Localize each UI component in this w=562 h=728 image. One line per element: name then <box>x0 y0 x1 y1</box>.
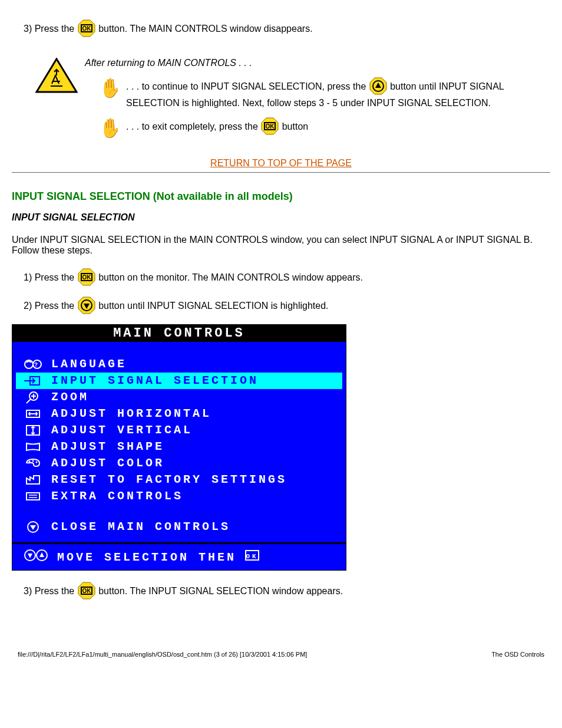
down-button-icon <box>77 296 96 317</box>
ok-button-icon: OK <box>77 581 96 602</box>
footer-path: file:///D|/rita/LF2/LF2/LFa1/multi_manua… <box>18 651 307 658</box>
step-3-post: button. The MAIN CONTROLS window disappe… <box>98 24 312 34</box>
osd-item-adjust-color: ADJUST COLOR <box>16 455 342 472</box>
svg-point-28 <box>29 461 31 463</box>
intro-text: Under INPUT SIGNAL SELECTION in the MAIN… <box>12 235 550 256</box>
step-3-top: 3) Press the OK button. The MAIN CONTROL… <box>12 19 550 40</box>
smart-exit-text: . . . to exit completely, press the OK b… <box>126 117 308 138</box>
step-1: 1) Press the OK button on the monitor. T… <box>12 268 550 289</box>
up-button-icon <box>369 77 388 98</box>
osd-footer: MOVE SELECTION THEN OK <box>12 544 346 570</box>
ok-button-icon: OK <box>77 268 96 289</box>
smart-continue-text: . . . to continue to INPUT SIGNAL SELECT… <box>126 77 550 108</box>
osd-item-extra-controls: EXTRA CONTROLS <box>16 488 342 505</box>
adjust-horizontal-icon <box>23 407 43 420</box>
svg-rect-31 <box>27 493 39 500</box>
svg-line-23 <box>27 399 31 403</box>
svg-text:✋: ✋ <box>99 77 118 98</box>
svg-marker-37 <box>28 554 32 558</box>
extra-controls-icon <box>23 490 43 503</box>
smart-help-icon: ✋ <box>97 77 118 100</box>
input-signal-icon <box>23 374 43 387</box>
ok-button-icon: OK <box>77 19 96 40</box>
sub-title: INPUT SIGNAL SELECTION <box>12 212 550 223</box>
svg-point-29 <box>32 460 34 462</box>
osd-window: MAIN CONTROLS ? LANGUAGE <box>12 324 346 571</box>
svg-text:OK: OK <box>82 25 91 32</box>
svg-text:OK: OK <box>266 123 275 130</box>
osd-item-language: ? LANGUAGE <box>16 356 342 373</box>
footer-title: The OSD Controls <box>491 651 544 658</box>
divider <box>12 172 550 173</box>
osd-item-adjust-horizontal: ADJUST HORIZONTAL <box>16 406 342 422</box>
osd-title: MAIN CONTROLS <box>12 325 346 342</box>
step-3-bottom: 3) Press the OK button. The INPUT SIGNAL… <box>12 581 550 602</box>
osd-item-zoom: ZOOM <box>16 389 342 406</box>
warning-row: After returning to MAIN CONTROLS . . . ✋… <box>12 58 550 140</box>
svg-text:OK: OK <box>82 588 91 594</box>
ok-box-icon: OK <box>244 549 260 565</box>
language-icon: ? <box>23 358 43 371</box>
page-footer: file:///D|/rita/LF2/LF2/LFa1/multi_manua… <box>0 633 562 664</box>
adjust-color-icon <box>23 457 43 470</box>
zoom-icon <box>23 391 43 404</box>
osd-item-adjust-shape: ADJUST SHAPE <box>16 439 342 455</box>
svg-text:?: ? <box>34 362 40 368</box>
up-down-icon <box>23 549 49 565</box>
smart-help-icon: ✋ <box>97 117 118 140</box>
step-2: 2) Press the button until INPUT SIGNAL S… <box>12 296 550 317</box>
step-3-pre: 3) Press the <box>24 24 77 34</box>
ok-button-icon: OK <box>260 117 279 138</box>
svg-text:OK: OK <box>82 274 91 281</box>
svg-marker-39 <box>39 552 44 557</box>
section-title: INPUT SIGNAL SELECTION (Not available in… <box>12 190 550 203</box>
svg-marker-35 <box>30 525 36 530</box>
return-top-link[interactable]: RETURN TO TOP OF THE PAGE <box>210 158 352 168</box>
adjust-vertical-icon <box>23 424 43 437</box>
close-down-icon <box>23 521 43 533</box>
factory-icon <box>23 473 43 486</box>
svg-text:OK: OK <box>246 553 258 560</box>
osd-item-adjust-vertical: ADJUST VERTICAL <box>16 422 342 439</box>
adjust-shape-icon <box>23 440 43 453</box>
osd-close-row: CLOSE MAIN CONTROLS <box>16 519 342 535</box>
svg-text:✋: ✋ <box>99 117 118 138</box>
warning-triangle-icon <box>35 58 78 97</box>
osd-item-input-signal: INPUT SIGNAL SELECTION <box>16 373 342 389</box>
warning-text: After returning to MAIN CONTROLS . . . <box>85 58 550 68</box>
svg-point-30 <box>36 462 38 463</box>
osd-item-factory-reset: RESET TO FACTORY SETTINGS <box>16 472 342 488</box>
